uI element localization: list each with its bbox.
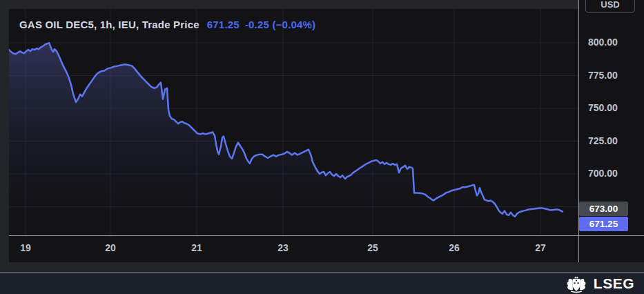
- time-tick-label: 26: [439, 242, 469, 253]
- currency-selector-button[interactable]: USD: [585, 0, 635, 13]
- lseg-wordmark: LSEG: [594, 275, 634, 292]
- time-tick-label: 23: [268, 242, 298, 253]
- last-price-label: 671.25: [579, 217, 628, 231]
- footer-bar: LSEG: [0, 272, 644, 294]
- time-tick-label: 25: [358, 242, 388, 253]
- time-tick-label: 21: [182, 242, 212, 253]
- lseg-crest-icon: [565, 275, 588, 293]
- time-tick-label: 19: [10, 242, 41, 253]
- time-tick-label: 27: [525, 242, 556, 253]
- time-tick-label: 20: [95, 242, 126, 253]
- price-change-text: -0.25 (−0.04%): [245, 19, 315, 30]
- chart-legend[interactable]: GAS OIL DEC5, 1h, IEU, Trade Price671.25…: [19, 19, 315, 30]
- price-tick-label: 750.00: [588, 102, 618, 113]
- currency-label: USD: [601, 0, 619, 10]
- price-tick-label: 725.00: [588, 135, 618, 146]
- symbol-title[interactable]: GAS OIL DEC5, 1h, IEU, Trade Price: [19, 19, 199, 30]
- chart-widget: GAS OIL DEC5, 1h, IEU, Trade Price671.25…: [0, 0, 644, 294]
- countdown-price-label: 673.00: [579, 202, 628, 216]
- price-tick-label: 775.00: [588, 70, 618, 81]
- lseg-logo[interactable]: LSEG: [565, 275, 634, 293]
- time-axis[interactable]: 19202123252627: [9, 236, 578, 262]
- price-chart-plot[interactable]: [9, 9, 578, 235]
- price-tick-label: 700.00: [588, 168, 618, 179]
- price-axis[interactable]: USD 673.00 671.25 800.00775.00750.00725.…: [579, 0, 644, 262]
- last-price-text: 671.25: [207, 19, 240, 30]
- price-tick-label: 800.00: [588, 37, 618, 48]
